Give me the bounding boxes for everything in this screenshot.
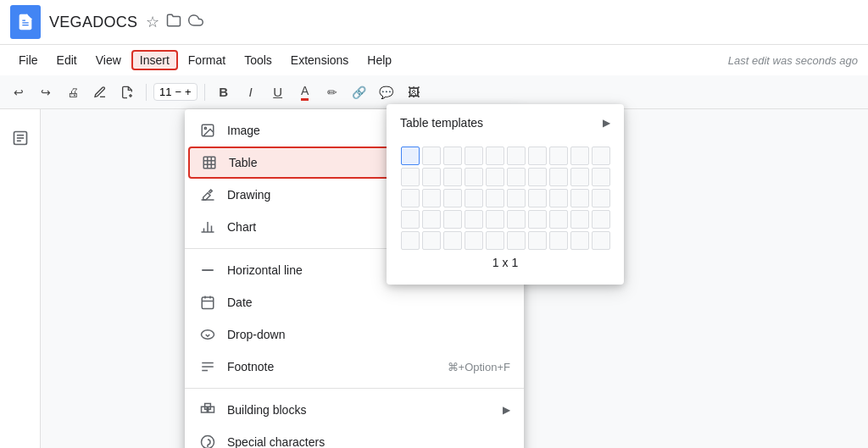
- grid-cell-2-2[interactable]: [422, 168, 441, 186]
- cloud-icon[interactable]: [188, 13, 203, 32]
- grid-cell-1-7[interactable]: [528, 147, 547, 165]
- grid-cell-2-5[interactable]: [486, 168, 504, 186]
- grid-cell-2-3[interactable]: [443, 168, 462, 186]
- grid-cell-5-7[interactable]: [528, 231, 547, 250]
- grid-cell-2-1[interactable]: [401, 168, 420, 186]
- table-templates-label: Table templates: [400, 116, 483, 130]
- folder-svg-icon: [166, 13, 181, 28]
- grid-cell-2-9[interactable]: [570, 168, 589, 186]
- grid-cell-5-6[interactable]: [507, 231, 526, 250]
- menu-item-format[interactable]: Format: [180, 50, 234, 70]
- grid-cell-2-6[interactable]: [507, 168, 526, 186]
- grid-cell-1-8[interactable]: [549, 147, 568, 165]
- special-chars-svg-icon: [200, 434, 215, 448]
- grid-cell-4-2[interactable]: [422, 210, 441, 229]
- grid-cell-5-2[interactable]: [422, 231, 441, 250]
- folder-icon[interactable]: [166, 13, 181, 32]
- grid-cell-5-10[interactable]: [592, 231, 610, 250]
- grid-cell-2-4[interactable]: [465, 168, 483, 186]
- dropdown-menu-label: Drop-down: [227, 328, 510, 341]
- menu-item-extensions[interactable]: Extensions: [282, 50, 357, 70]
- grid-cell-3-6[interactable]: [507, 189, 526, 207]
- grid-cell-5-5[interactable]: [486, 231, 504, 250]
- grid-cell-2-8[interactable]: [549, 168, 568, 186]
- grid-cell-4-8[interactable]: [549, 210, 568, 229]
- grid-cell-3-3[interactable]: [443, 189, 462, 207]
- paint-format-icon: [120, 86, 134, 99]
- font-size-plus-button[interactable]: +: [185, 86, 192, 98]
- grid-cell-2-7[interactable]: [528, 168, 547, 186]
- menu-item-insert[interactable]: Insert: [131, 50, 178, 70]
- grid-cell-1-3[interactable]: [443, 147, 462, 165]
- header-section: VEGADOCS ☆ File Edit View Insert Format …: [0, 0, 868, 109]
- redo-button[interactable]: ↪: [34, 80, 58, 104]
- image-toolbar-button[interactable]: 🖼: [402, 80, 426, 104]
- drawing-menu-icon: [198, 185, 217, 204]
- grid-cell-5-8[interactable]: [549, 231, 568, 250]
- grid-cell-4-7[interactable]: [528, 210, 547, 229]
- grid-cell-4-4[interactable]: [465, 210, 483, 229]
- insert-menu-item-dropdown[interactable]: Drop-down: [185, 318, 524, 351]
- spell-check-button[interactable]: [88, 80, 112, 104]
- main-area: Image ▶ Table ▶ Drawing ▶: [0, 109, 868, 448]
- grid-cell-1-4[interactable]: [465, 147, 483, 165]
- insert-menu-item-special-characters[interactable]: Special characters: [185, 426, 524, 448]
- grid-cell-1-6[interactable]: [507, 147, 526, 165]
- grid-cell-5-4[interactable]: [465, 231, 483, 250]
- menu-item-tools[interactable]: Tools: [236, 50, 281, 70]
- grid-cell-3-2[interactable]: [422, 189, 441, 207]
- grid-cell-4-10[interactable]: [592, 210, 610, 229]
- grid-row-3: [401, 189, 610, 207]
- grid-cell-3-10[interactable]: [592, 189, 610, 207]
- print-button[interactable]: 🖨: [61, 80, 85, 104]
- bold-button[interactable]: B: [212, 80, 236, 104]
- grid-cell-5-1[interactable]: [401, 231, 420, 250]
- grid-cell-5-3[interactable]: [443, 231, 462, 250]
- font-size-control[interactable]: 11 − +: [153, 83, 198, 101]
- grid-cell-1-10[interactable]: [592, 147, 610, 165]
- undo-button[interactable]: ↩: [7, 80, 31, 104]
- grid-cell-3-4[interactable]: [465, 189, 483, 207]
- menu-item-edit[interactable]: Edit: [48, 50, 86, 70]
- star-icon[interactable]: ☆: [146, 13, 159, 31]
- footnote-menu-label: Footnote: [227, 360, 448, 373]
- grid-cell-4-5[interactable]: [486, 210, 504, 229]
- menu-item-help[interactable]: Help: [359, 50, 400, 70]
- menu-item-view[interactable]: View: [87, 50, 130, 70]
- grid-cell-5-9[interactable]: [570, 231, 589, 250]
- grid-cell-1-5[interactable]: [486, 147, 504, 165]
- grid-cell-1-1[interactable]: [401, 147, 420, 165]
- dropdown-menu-icon: [198, 325, 217, 344]
- paint-format-button[interactable]: [115, 80, 139, 104]
- menu-item-file[interactable]: File: [10, 50, 47, 70]
- grid-cell-4-6[interactable]: [507, 210, 526, 229]
- grid-cell-3-5[interactable]: [486, 189, 504, 207]
- date-svg-icon: [200, 295, 215, 310]
- grid-cell-3-1[interactable]: [401, 189, 420, 207]
- grid-cell-4-1[interactable]: [401, 210, 420, 229]
- underline-button[interactable]: U: [266, 80, 290, 104]
- grid-cell-3-7[interactable]: [528, 189, 547, 207]
- text-color-button[interactable]: A: [293, 80, 317, 104]
- italic-button[interactable]: I: [239, 80, 263, 104]
- menu-bar: File Edit View Insert Format Tools Exten…: [0, 45, 868, 75]
- insert-menu-item-footnote[interactable]: Footnote ⌘+Option+F: [185, 351, 524, 383]
- grid-cell-4-3[interactable]: [443, 210, 462, 229]
- grid-cell-3-8[interactable]: [549, 189, 568, 207]
- grid-cell-1-9[interactable]: [570, 147, 589, 165]
- grid-row-2: [401, 168, 610, 186]
- grid-row-5: [401, 231, 610, 250]
- insert-menu-item-building-blocks[interactable]: Building blocks ▶: [185, 394, 524, 426]
- table-templates-item[interactable]: Table templates ▶: [387, 109, 624, 136]
- highlight-button[interactable]: ✏: [320, 80, 344, 104]
- grid-cell-1-2[interactable]: [422, 147, 441, 165]
- font-size-minus-button[interactable]: −: [175, 86, 181, 98]
- link-button[interactable]: 🔗: [348, 80, 371, 104]
- comment-button[interactable]: 💬: [375, 80, 398, 104]
- outline-panel-icon[interactable]: [5, 123, 36, 153]
- grid-cell-2-10[interactable]: [592, 168, 610, 186]
- grid-cell-3-9[interactable]: [570, 189, 589, 207]
- grid-cell-4-9[interactable]: [570, 210, 589, 229]
- toolbar-divider-1: [146, 84, 147, 101]
- insert-menu-item-date[interactable]: Date: [185, 286, 524, 318]
